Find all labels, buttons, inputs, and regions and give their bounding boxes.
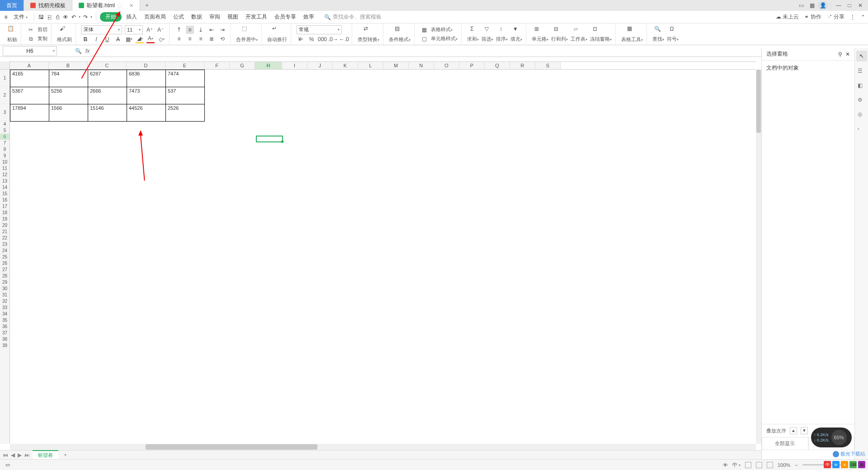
fill-handle[interactable] xyxy=(281,141,283,143)
row-header-8[interactable]: 8 xyxy=(0,146,9,153)
cell-A3[interactable]: 17894 xyxy=(10,104,49,122)
menu-insert[interactable]: 插入 xyxy=(123,12,140,22)
row-header-10[interactable]: 10 xyxy=(0,159,9,165)
decimal-inc-icon[interactable]: .0→ xyxy=(329,35,337,43)
sheet-last-icon[interactable]: ⏭ xyxy=(24,452,30,458)
lang-icon[interactable]: 中 ▾ xyxy=(732,461,741,468)
merge-icon[interactable]: ⬚ xyxy=(242,25,252,35)
col-header-F[interactable]: F xyxy=(204,62,230,69)
cell-D2[interactable]: 7473 xyxy=(127,87,166,104)
command-search[interactable]: 🔍 查找命令、搜索模板 xyxy=(324,13,382,21)
copy-icon[interactable]: ⧉ xyxy=(27,35,35,43)
select-tool-icon[interactable]: ↖ xyxy=(856,51,867,61)
maximize-button[interactable]: □ xyxy=(844,1,854,10)
col-header-E[interactable]: E xyxy=(165,62,204,69)
redo-dropdown[interactable]: ▾ xyxy=(90,15,92,19)
ime-x[interactable]: x xyxy=(841,461,848,468)
col-header-L[interactable]: L xyxy=(358,62,383,69)
move-down-button[interactable]: ▼ xyxy=(801,427,808,434)
vscroll-thumb[interactable] xyxy=(756,70,761,133)
format-painter-icon[interactable]: 🖌 xyxy=(60,25,70,35)
menu-formula[interactable]: 公式 xyxy=(170,12,187,22)
menu-efficiency[interactable]: 效率 xyxy=(301,12,317,22)
row-header-27[interactable]: 27 xyxy=(0,267,9,273)
row-header-33[interactable]: 33 xyxy=(0,305,9,311)
tab-template[interactable]: 找稻壳模板 xyxy=(24,0,72,11)
grid-icon[interactable]: ▦ xyxy=(807,1,817,10)
row-header-22[interactable]: 22 xyxy=(0,235,9,241)
menu-start[interactable]: 开始 xyxy=(100,12,122,22)
menu-layout[interactable]: 页面布局 xyxy=(142,12,169,22)
row-header-34[interactable]: 34 xyxy=(0,311,9,317)
cell-E1[interactable]: 7474 xyxy=(166,70,205,87)
add-sheet-button[interactable]: + xyxy=(61,452,70,458)
col-header-S[interactable]: S xyxy=(535,62,561,69)
row-header-38[interactable]: 38 xyxy=(0,336,9,343)
underline-icon[interactable]: U xyxy=(103,35,111,43)
cell-B3[interactable]: 1566 xyxy=(49,104,88,122)
ime-zh[interactable]: 中 xyxy=(824,461,831,468)
tab-home[interactable]: 首页 xyxy=(0,0,24,11)
network-widget[interactable]: ↑ 6.2K/s ↓ 0.2K/s 65% xyxy=(811,428,852,447)
clear-format-icon[interactable]: ◇▾ xyxy=(157,35,165,43)
sheet-next-icon[interactable]: ▶ xyxy=(18,452,22,458)
hamburger-icon[interactable]: ≡ xyxy=(3,14,9,20)
filter-icon[interactable]: ▽ xyxy=(481,26,491,36)
worksheet-icon[interactable]: ▱ xyxy=(571,26,580,36)
col-header-J[interactable]: J xyxy=(307,62,333,69)
increase-font-icon[interactable]: A⁺ xyxy=(146,26,154,34)
row-header-36[interactable]: 36 xyxy=(0,324,9,330)
sum-icon[interactable]: Σ xyxy=(467,26,477,36)
cell-E3[interactable]: 2526 xyxy=(166,104,205,122)
row-header-21[interactable]: 21 xyxy=(0,229,9,235)
print-icon[interactable]: ⎙ xyxy=(54,14,61,20)
zoom-out-button[interactable]: − xyxy=(795,462,797,468)
export-icon[interactable]: ⍇ xyxy=(46,14,52,20)
col-header-G[interactable]: G xyxy=(230,62,255,69)
row-header-4[interactable]: 4 xyxy=(0,121,9,127)
type-convert-icon[interactable]: ⇄ xyxy=(363,25,373,35)
table-style-icon[interactable]: ▦ xyxy=(420,26,428,34)
font-size-select[interactable]: 11▾ xyxy=(125,25,143,34)
col-header-O[interactable]: O xyxy=(434,62,459,69)
ime-more-icon[interactable]: ▦ xyxy=(858,461,865,468)
indent-decrease-icon[interactable]: ⇤ xyxy=(208,26,216,34)
fill-icon[interactable]: ▼ xyxy=(510,26,520,36)
currency-icon[interactable]: ¥▾ xyxy=(297,35,305,43)
page-view-icon[interactable] xyxy=(756,462,762,468)
sheet-first-icon[interactable]: ⏮ xyxy=(3,452,8,458)
col-header-H[interactable]: H xyxy=(255,62,282,69)
row-header-19[interactable]: 19 xyxy=(0,216,9,222)
table-tools-icon[interactable]: ▦ xyxy=(627,25,637,35)
sort-icon[interactable]: ↕ xyxy=(496,26,506,36)
row-header-12[interactable]: 12 xyxy=(0,172,9,178)
eye-icon[interactable]: 👁 xyxy=(723,462,728,468)
row-header-18[interactable]: 18 xyxy=(0,210,9,216)
row-header-24[interactable]: 24 xyxy=(0,248,9,254)
cell-A2[interactable]: 5367 xyxy=(10,87,49,104)
show-all-button[interactable]: 全部显示 xyxy=(762,437,808,450)
align-bottom-icon[interactable]: ⤓ xyxy=(197,26,205,34)
paste-icon[interactable]: 📋 xyxy=(7,25,17,35)
row-header-31[interactable]: 31 xyxy=(0,292,9,298)
row-header-1[interactable]: 1 xyxy=(0,70,9,87)
font-name-select[interactable]: 宋体▾ xyxy=(81,25,122,34)
layout-icon[interactable]: ▭ xyxy=(796,1,806,10)
col-header-K[interactable]: K xyxy=(333,62,358,69)
row-header-29[interactable]: 29 xyxy=(0,279,9,286)
thousands-icon[interactable]: 000 xyxy=(318,35,326,43)
more-icon[interactable]: ⋮ xyxy=(850,14,855,20)
cell-E2[interactable]: 537 xyxy=(166,87,205,104)
row-header-17[interactable]: 17 xyxy=(0,203,9,210)
row-col-icon[interactable]: ⊟ xyxy=(551,26,561,36)
row-header-37[interactable]: 37 xyxy=(0,330,9,336)
select-all-corner[interactable] xyxy=(0,61,10,70)
close-button[interactable]: ✕ xyxy=(855,1,865,10)
align-left-icon[interactable]: ≡ xyxy=(175,35,183,43)
decrease-font-icon[interactable]: A⁻ xyxy=(156,26,165,34)
cell-D1[interactable]: 6836 xyxy=(127,70,166,87)
move-up-button[interactable]: ▲ xyxy=(790,427,797,434)
cell-icon[interactable]: ⊞ xyxy=(532,26,542,36)
orientation-icon[interactable]: ⟲ xyxy=(218,35,226,43)
row-header-14[interactable]: 14 xyxy=(0,184,9,191)
